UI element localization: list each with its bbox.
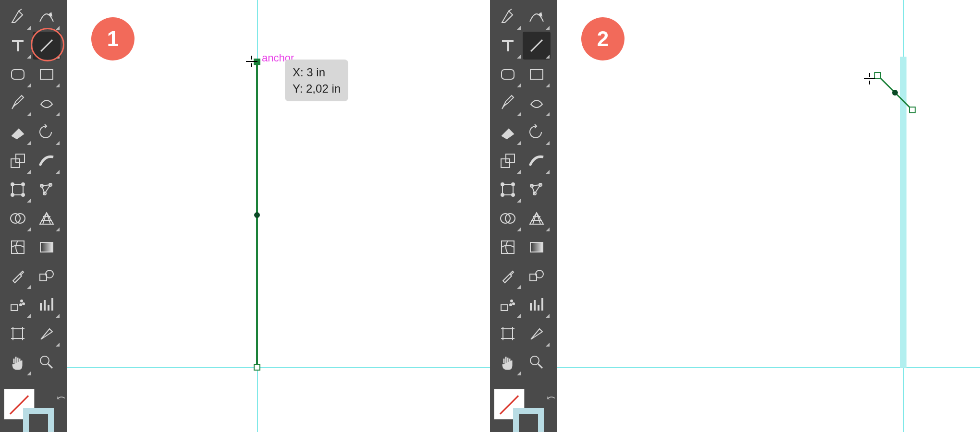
line-segment-tool[interactable] — [523, 32, 551, 60]
stroke-swatch[interactable] — [23, 408, 54, 432]
svg-rect-19 — [11, 305, 18, 311]
paintbrush-tool[interactable] — [494, 89, 522, 117]
puppet-warp-tool[interactable] — [33, 176, 61, 204]
shaper-tool[interactable] — [523, 89, 551, 117]
perspective-grid-tool[interactable] — [33, 204, 61, 232]
column-graph-icon — [38, 296, 55, 313]
svg-rect-1 — [12, 70, 24, 79]
symbol-sprayer-icon — [499, 296, 516, 313]
mesh-tool[interactable] — [494, 233, 522, 261]
gradient-icon — [528, 239, 545, 256]
column-graph-tool[interactable] — [33, 291, 61, 319]
hand-icon — [499, 354, 516, 371]
swap-fill-stroke-icon[interactable]: ⤺ — [547, 392, 555, 404]
shape-builder-tool[interactable] — [494, 204, 522, 232]
width-icon — [38, 152, 55, 169]
hand-tool[interactable] — [4, 348, 32, 376]
eyedropper-tool[interactable] — [494, 262, 522, 290]
svg-point-8 — [11, 193, 14, 196]
column-graph-icon — [528, 296, 545, 313]
zoom-tool[interactable] — [523, 348, 551, 376]
scale-icon — [9, 152, 26, 169]
puppet-warp-tool[interactable] — [523, 176, 551, 204]
symbol-sprayer-tool[interactable] — [4, 291, 32, 319]
curvature-icon — [528, 8, 545, 25]
tool-grid — [490, 3, 557, 377]
gradient-tool[interactable] — [523, 233, 551, 261]
eraser-tool[interactable] — [494, 118, 522, 146]
shape-builder-tool[interactable] — [4, 204, 32, 232]
rotate-tool[interactable] — [523, 118, 551, 146]
perspective-grid-icon — [528, 210, 545, 227]
hand-tool[interactable] — [494, 348, 522, 376]
scale-tool[interactable] — [4, 147, 32, 175]
svg-point-20 — [21, 300, 23, 302]
curvature-tool[interactable] — [523, 3, 551, 31]
width-tool[interactable] — [523, 147, 551, 175]
step-panel-1: ⤺ anchor X: 3 in Y: 2,02 in 1 — [0, 0, 490, 432]
svg-rect-30 — [502, 184, 513, 195]
rotate-tool[interactable] — [33, 118, 61, 146]
gradient-icon — [38, 239, 55, 256]
artboard-tool[interactable] — [4, 320, 32, 348]
perspective-grid-icon — [38, 210, 55, 227]
free-transform-tool[interactable] — [494, 176, 522, 204]
eraser-tool[interactable] — [4, 118, 32, 146]
gradient-tool[interactable] — [33, 233, 61, 261]
slice-tool[interactable] — [33, 320, 61, 348]
mesh-tool[interactable] — [4, 233, 32, 261]
step-panel-2: ⤺ 2 — [490, 0, 980, 432]
pen-tool[interactable] — [4, 3, 32, 31]
free-transform-icon — [9, 181, 26, 198]
step-badge: 1 — [91, 17, 135, 60]
pen-tool[interactable] — [494, 3, 522, 31]
symbol-sprayer-tool[interactable] — [494, 291, 522, 319]
canvas-area[interactable]: anchor X: 3 in Y: 2,02 in — [67, 0, 490, 432]
swap-fill-stroke-icon[interactable]: ⤺ — [57, 392, 65, 404]
canvas-area[interactable] — [557, 0, 980, 432]
shaper-tool[interactable] — [33, 89, 61, 117]
mesh-icon — [9, 239, 26, 256]
anchor-end[interactable] — [909, 107, 916, 113]
svg-rect-40 — [502, 241, 514, 253]
shaper-icon — [528, 95, 545, 112]
slice-tool[interactable] — [523, 320, 551, 348]
anchor-start[interactable] — [254, 59, 260, 65]
anchor-end[interactable] — [254, 364, 260, 371]
svg-point-46 — [513, 303, 514, 305]
zoom-icon — [528, 354, 545, 371]
curvature-tool[interactable] — [33, 3, 61, 31]
scale-tool[interactable] — [494, 147, 522, 175]
rotate-icon — [528, 123, 545, 141]
type-tool[interactable] — [4, 32, 32, 60]
artboard-tool[interactable] — [494, 320, 522, 348]
stroke-swatch[interactable] — [513, 408, 544, 432]
eraser-icon — [499, 123, 516, 141]
eyedropper-tool[interactable] — [4, 262, 32, 290]
rounded-rectangle-tool[interactable] — [494, 60, 522, 88]
width-tool[interactable] — [33, 147, 61, 175]
rounded-rect-icon — [499, 66, 516, 83]
svg-rect-41 — [530, 242, 543, 252]
column-graph-tool[interactable] — [523, 291, 551, 319]
free-transform-tool[interactable] — [4, 176, 32, 204]
rectangle-tool[interactable] — [33, 60, 61, 88]
anchor-start[interactable] — [874, 72, 881, 79]
anchor-midpoint — [892, 90, 898, 96]
paintbrush-icon — [9, 95, 26, 112]
blend-tool[interactable] — [33, 262, 61, 290]
perspective-grid-tool[interactable] — [523, 204, 551, 232]
color-swatch-area: ⤺ — [4, 389, 61, 432]
blend-tool[interactable] — [523, 262, 551, 290]
rectangle-tool[interactable] — [523, 60, 551, 88]
paintbrush-tool[interactable] — [4, 89, 32, 117]
line-segment-tool[interactable] — [33, 32, 61, 60]
svg-rect-44 — [501, 305, 508, 311]
type-icon — [9, 37, 26, 54]
measurement-tooltip: X: 3 in Y: 2,02 in — [285, 60, 348, 101]
eyedropper-icon — [499, 267, 516, 285]
rounded-rectangle-tool[interactable] — [4, 60, 32, 88]
pen-icon — [499, 8, 516, 25]
zoom-tool[interactable] — [33, 348, 61, 376]
type-tool[interactable] — [494, 32, 522, 60]
